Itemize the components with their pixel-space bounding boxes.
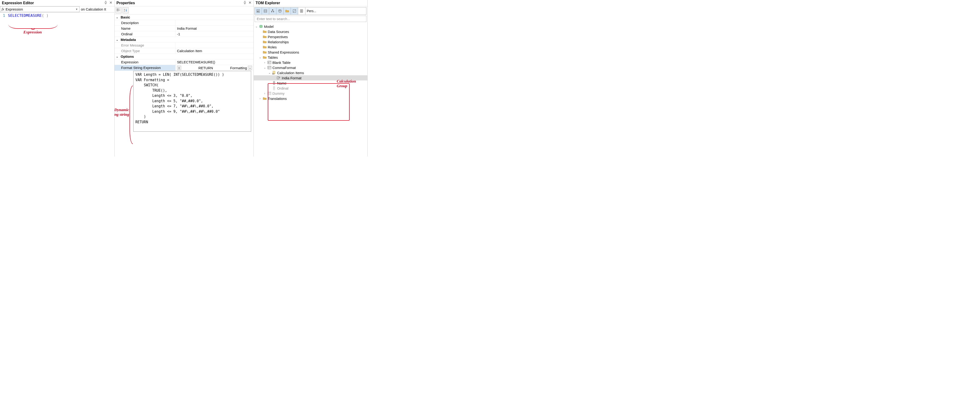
alphabetical-view-button[interactable]: AZ bbox=[123, 7, 129, 13]
column-icon bbox=[272, 81, 276, 85]
perspective-dropdown[interactable]: Pers... bbox=[305, 7, 366, 15]
chevron-down-icon: ⌄ bbox=[268, 71, 271, 74]
group-metadata[interactable]: ⌄Metadata bbox=[115, 37, 253, 43]
model-icon bbox=[259, 24, 263, 29]
prop-label: Format String Expression bbox=[115, 65, 175, 71]
calc-items-icon bbox=[272, 71, 276, 75]
group-basic[interactable]: ⌄Basic bbox=[115, 14, 253, 20]
close-icon[interactable] bbox=[109, 1, 113, 5]
folder-icon bbox=[262, 29, 267, 34]
svg-rect-18 bbox=[300, 10, 301, 13]
folder-icon bbox=[262, 50, 267, 54]
prop-value[interactable]: India Format bbox=[175, 26, 253, 31]
chevron-down-icon: ⌄ bbox=[116, 55, 119, 58]
format-string-textarea[interactable]: VAR Length = LEN( INT(SELECTEDMEASURE())… bbox=[133, 71, 251, 132]
expression-editor-panel: Expression Editor fx Expression ▼ on Cal… bbox=[0, 0, 115, 156]
chevron-right-icon: › bbox=[258, 97, 262, 100]
chevron-down-icon: ⌄ bbox=[116, 16, 119, 19]
calc-group-icon bbox=[267, 65, 272, 70]
tree-perspectives[interactable]: Perspectives bbox=[254, 34, 368, 39]
column-icon bbox=[272, 86, 276, 90]
tom-toolbar: Pers... bbox=[254, 6, 368, 16]
svg-rect-10 bbox=[264, 10, 267, 13]
search-input[interactable]: Enter text to search... bbox=[255, 16, 366, 22]
chevron-down-icon: ⌄ bbox=[116, 38, 119, 41]
pin-icon[interactable] bbox=[243, 1, 247, 5]
filter-hierarchies-button[interactable] bbox=[269, 7, 277, 15]
prop-value[interactable] bbox=[175, 20, 253, 25]
tree-roles[interactable]: Roles bbox=[254, 45, 368, 49]
properties-title: Properties bbox=[116, 1, 243, 5]
tom-explorer-panel: TOM Explorer Pers... Enter text to searc… bbox=[254, 0, 368, 156]
tree-model[interactable]: ⌄Model bbox=[254, 24, 368, 29]
annotation-brace bbox=[8, 25, 57, 29]
prop-name[interactable]: Name India Format bbox=[115, 26, 253, 31]
prop-expression[interactable]: Expression SELECTEDMEASURE() bbox=[115, 59, 253, 65]
prop-error-message: Error Message bbox=[115, 43, 253, 48]
prop-value[interactable]: -1 bbox=[175, 31, 253, 37]
tree-comma-format[interactable]: ⌄CommaFormat bbox=[254, 65, 368, 70]
format-return-text: RETURN bbox=[198, 66, 213, 70]
prop-value[interactable]: SELECTEDMEASURE() bbox=[175, 59, 253, 65]
tree-tables[interactable]: ⌄Tables bbox=[254, 55, 368, 60]
expression-editor-header: Expression Editor bbox=[0, 0, 115, 6]
svg-rect-33 bbox=[274, 86, 275, 90]
tom-explorer-header: TOM Explorer bbox=[254, 0, 368, 6]
expression-type-dropdown[interactable]: fx Expression ▼ bbox=[0, 6, 80, 12]
expand-editor-button[interactable]: ▯ bbox=[177, 66, 181, 70]
chevron-down-icon: ⌄ bbox=[258, 56, 262, 59]
prop-format-string-expression[interactable]: Format String Expression ▯ RETURN Format… bbox=[115, 65, 253, 71]
calc-table-icon: fx bbox=[267, 60, 272, 65]
filter-measures-button[interactable] bbox=[255, 7, 262, 15]
filter-columns-button[interactable] bbox=[262, 7, 269, 15]
code-editor[interactable]: 1 SELECTEDMEASURE( ) bbox=[0, 13, 115, 18]
group-options[interactable]: ⌄Options bbox=[115, 54, 253, 59]
properties-body: ⌄Basic Description Name India Format Ord… bbox=[115, 14, 253, 156]
prop-label: Expression bbox=[115, 59, 175, 65]
categorized-view-button[interactable] bbox=[116, 7, 122, 13]
folder-icon bbox=[262, 40, 267, 44]
dropdown-button[interactable]: ⌄ bbox=[248, 66, 252, 70]
svg-rect-15 bbox=[273, 11, 274, 12]
table-icon bbox=[267, 91, 272, 95]
tree-translations[interactable]: ›Translations bbox=[254, 96, 368, 101]
svg-text:A: A bbox=[124, 9, 125, 10]
tree-shared-expressions[interactable]: Shared Expressions bbox=[254, 49, 368, 55]
expression-type-label: Expression bbox=[6, 7, 74, 11]
svg-rect-9 bbox=[259, 11, 259, 12]
filter-partitions-button[interactable] bbox=[276, 7, 284, 15]
svg-rect-13 bbox=[272, 10, 273, 10]
prop-description[interactable]: Description bbox=[115, 20, 253, 26]
svg-rect-14 bbox=[271, 11, 272, 12]
code-line-1: SELECTEDMEASURE( ) bbox=[7, 13, 48, 18]
tom-explorer-title: TOM Explorer bbox=[256, 1, 366, 5]
close-icon[interactable] bbox=[248, 1, 251, 5]
svg-text:Z: Z bbox=[124, 10, 125, 12]
tree-calculation-items[interactable]: ⌄Calculation Items bbox=[254, 70, 368, 75]
prop-value: Calculation Item bbox=[175, 48, 253, 54]
prop-ordinal[interactable]: Ordinal -1 bbox=[115, 31, 253, 37]
filter-hidden-button[interactable] bbox=[291, 7, 298, 15]
svg-rect-30 bbox=[274, 81, 275, 85]
expression-editor-title: Expression Editor bbox=[2, 1, 104, 5]
tree-data-sources[interactable]: Data Sources bbox=[254, 29, 368, 34]
filter-folders-button[interactable] bbox=[283, 7, 291, 15]
tree-relationships[interactable]: Relationships bbox=[254, 39, 368, 45]
prop-value[interactable]: ▯ RETURN Formatting ⌄ bbox=[175, 65, 253, 71]
annotation-calculation-group: CalculationGroup bbox=[337, 79, 367, 88]
prop-label: Description bbox=[115, 20, 175, 25]
calc-item-icon bbox=[277, 76, 281, 80]
format-right-text: Formatting bbox=[230, 66, 247, 70]
filter-all-button[interactable] bbox=[298, 7, 305, 15]
folder-icon bbox=[262, 35, 267, 39]
chevron-down-icon: ▼ bbox=[76, 8, 78, 11]
pin-icon[interactable] bbox=[104, 1, 107, 5]
tree-dummy[interactable]: ›Dummy bbox=[254, 91, 368, 96]
line-gutter: 1 bbox=[0, 13, 7, 18]
annotation-brace-left bbox=[130, 86, 133, 144]
properties-toolbar: AZ bbox=[115, 6, 253, 14]
prop-label: Error Message bbox=[115, 43, 175, 48]
tree-blank-table[interactable]: ›fxBlank Table bbox=[254, 60, 368, 65]
svg-rect-24 bbox=[268, 66, 271, 69]
folder-icon bbox=[262, 55, 267, 59]
